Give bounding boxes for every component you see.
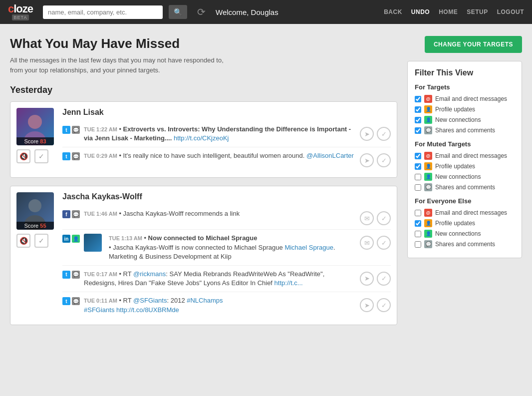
filter-checkbox-email-everyone[interactable] bbox=[415, 210, 421, 216]
message-content: TUE 0:11 AM • RT @SFGiants: 2012 #NLCham… bbox=[84, 296, 356, 314]
nav-setup[interactable]: SETUP bbox=[467, 8, 488, 15]
connect-icon: 👤 bbox=[424, 230, 432, 238]
chat-icon: 💬 bbox=[72, 297, 80, 305]
hashtag: #NLChamps bbox=[187, 297, 223, 304]
share-icon: 💬 bbox=[424, 126, 432, 134]
sync-icon[interactable]: ⟳ bbox=[197, 6, 206, 18]
profile-icon: 👤 bbox=[424, 105, 432, 113]
nav-undo[interactable]: UNDO bbox=[411, 8, 430, 15]
twitter-icon: t bbox=[62, 126, 70, 134]
section-yesterday: Yesterday bbox=[10, 85, 397, 95]
filter-label: Email and direct messages bbox=[435, 152, 507, 159]
card-actions-jenn: 🔇 ✓ bbox=[16, 149, 56, 163]
welcome-text: Welcome, Douglas bbox=[216, 8, 378, 16]
send-button[interactable]: ➤ bbox=[360, 127, 374, 141]
done-button-jenn[interactable]: ✓ bbox=[34, 149, 48, 163]
right-panel: CHANGE YOUR TARGETS Filter This View For… bbox=[407, 36, 522, 333]
email-button[interactable]: ✉ bbox=[360, 211, 374, 225]
check-button[interactable]: ✓ bbox=[377, 298, 391, 312]
chat-icon: 💬 bbox=[72, 271, 80, 279]
filter-checkbox-connections-everyone[interactable] bbox=[415, 231, 421, 237]
avatar-area-jenn: Score 83 🔇 ✓ bbox=[16, 108, 56, 171]
filter-label: Email and direct messages bbox=[435, 209, 507, 216]
svg-point-0 bbox=[28, 115, 42, 129]
message-link[interactable]: http://t.co/CKjzeoKj bbox=[174, 134, 229, 142]
filter-label: New connections bbox=[435, 230, 481, 237]
filter-item[interactable]: 👤 Profile updates bbox=[415, 219, 515, 227]
send-button[interactable]: ➤ bbox=[360, 272, 374, 286]
filter-item[interactable]: @ Email and direct messages bbox=[415, 209, 515, 217]
mention: @SFGiants bbox=[133, 297, 167, 304]
check-button[interactable]: ✓ bbox=[377, 272, 391, 286]
filter-label: Profile updates bbox=[435, 220, 475, 227]
filter-section-targets: For Targets bbox=[415, 83, 515, 91]
person-name-jenn: Jenn Lisak bbox=[62, 108, 391, 117]
mention: Michael Sprague bbox=[284, 244, 333, 251]
filter-checkbox-connections-targets[interactable] bbox=[415, 117, 421, 123]
mute-button-jenn[interactable]: 🔇 bbox=[16, 149, 30, 163]
change-targets-button[interactable]: CHANGE YOUR TARGETS bbox=[425, 36, 522, 53]
filter-panel: Filter This View For Targets @ Email and… bbox=[407, 61, 522, 258]
left-panel: What You May Have Missed All the message… bbox=[10, 36, 397, 333]
twitter-icon: t bbox=[62, 152, 70, 160]
filter-checkbox-profile-targets[interactable] bbox=[415, 106, 421, 113]
filter-checkbox-email-muted[interactable] bbox=[415, 153, 421, 159]
email-icon: @ bbox=[424, 209, 432, 217]
filter-checkbox-profile-everyone[interactable] bbox=[415, 220, 421, 227]
svg-point-2 bbox=[28, 199, 41, 212]
message-link[interactable]: http://t.co/8UXBRMde bbox=[116, 306, 179, 314]
nav-home[interactable]: HOME bbox=[439, 8, 458, 15]
filter-item[interactable]: 👤 Profile updates bbox=[415, 162, 515, 170]
check-button[interactable]: ✓ bbox=[377, 236, 391, 250]
filter-item[interactable]: 💬 Shares and comments bbox=[415, 126, 515, 134]
filter-label: Profile updates bbox=[435, 106, 475, 113]
email-icon: @ bbox=[424, 152, 432, 160]
score-badge-jenn: Score 83 bbox=[16, 137, 54, 145]
mention: @rickmans bbox=[133, 270, 166, 278]
send-button[interactable]: ➤ bbox=[360, 153, 374, 167]
done-button-jascha[interactable]: ✓ bbox=[34, 234, 48, 248]
message-item: in 👤 TUE 1:13 AM • Now connected to Mich… bbox=[62, 230, 391, 266]
filter-checkbox-profile-muted[interactable] bbox=[415, 163, 421, 170]
filter-item[interactable]: 👤 Profile updates bbox=[415, 105, 515, 113]
send-button[interactable]: ➤ bbox=[360, 298, 374, 312]
check-button[interactable]: ✓ bbox=[377, 153, 391, 167]
filter-checkbox-email-targets[interactable] bbox=[415, 96, 421, 102]
messages-area-jenn: Jenn Lisak t 💬 TUE 1:22 AM • Extroverts … bbox=[62, 108, 391, 171]
filter-item[interactable]: 👤 New connections bbox=[415, 173, 515, 181]
filter-label: Email and direct messages bbox=[435, 95, 507, 102]
filter-checkbox-shares-muted[interactable] bbox=[415, 184, 421, 191]
filter-item[interactable]: 👤 New connections bbox=[415, 116, 515, 124]
filter-item[interactable]: 👤 New connections bbox=[415, 230, 515, 238]
filter-checkbox-shares-everyone[interactable] bbox=[415, 241, 421, 248]
nav-logout[interactable]: LOGOUT bbox=[497, 8, 524, 15]
nav-back[interactable]: BACK bbox=[384, 8, 402, 15]
filter-item[interactable]: 💬 Shares and comments bbox=[415, 240, 515, 248]
message-link[interactable]: http://t.c... bbox=[274, 279, 303, 287]
twitter-icon: t bbox=[62, 271, 70, 279]
logo: cloze BETA bbox=[8, 3, 33, 20]
message-content: TUE 1:22 AM • Extroverts vs. Introverts:… bbox=[84, 125, 356, 143]
facebook-icon: f bbox=[62, 210, 70, 218]
filter-checkbox-connections-muted[interactable] bbox=[415, 174, 421, 180]
filter-item[interactable]: @ Email and direct messages bbox=[415, 152, 515, 160]
page-title: What You May Have Missed bbox=[10, 36, 397, 51]
search-input[interactable] bbox=[43, 5, 163, 19]
person-card-jenn: Score 83 🔇 ✓ Jenn Lisak t 💬 TUE 1:22 AM bbox=[10, 101, 397, 178]
search-button[interactable]: 🔍 bbox=[169, 5, 187, 19]
connect-icon: 👤 bbox=[424, 173, 432, 181]
filter-item[interactable]: @ Email and direct messages bbox=[415, 95, 515, 103]
filter-label: Shares and comments bbox=[435, 184, 495, 191]
message-actions: ➤ ✓ bbox=[360, 153, 391, 167]
check-button[interactable]: ✓ bbox=[377, 127, 391, 141]
email-button[interactable]: ✉ bbox=[360, 236, 374, 250]
filter-checkbox-shares-targets[interactable] bbox=[415, 127, 421, 134]
filter-label: New connections bbox=[435, 173, 481, 180]
beta-badge: BETA bbox=[12, 14, 29, 20]
check-button[interactable]: ✓ bbox=[377, 211, 391, 225]
filter-item[interactable]: 💬 Shares and comments bbox=[415, 183, 515, 191]
mini-avatar-michael bbox=[84, 234, 102, 252]
email-icon: @ bbox=[424, 95, 432, 103]
message-content: TUE 1:13 AM • Now connected to Michael S… bbox=[109, 234, 356, 261]
mute-button-jascha[interactable]: 🔇 bbox=[16, 234, 30, 248]
